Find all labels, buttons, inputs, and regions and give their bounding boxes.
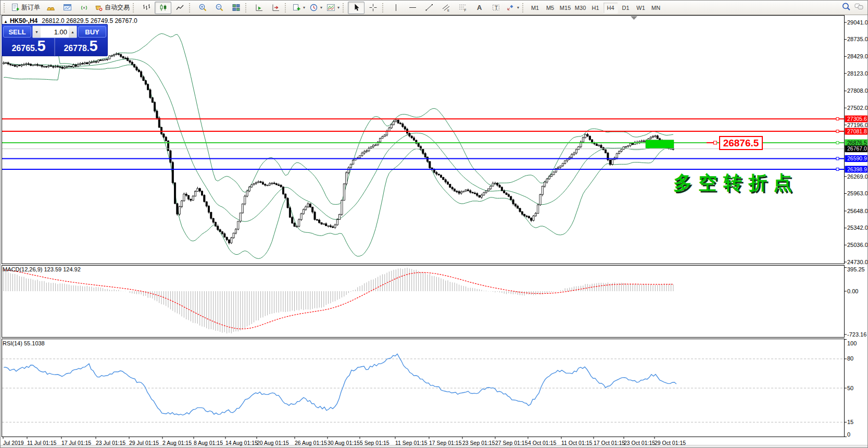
highlight-zone[interactable] xyxy=(646,140,674,148)
rsi-axis[interactable]: 1008050150 xyxy=(845,340,857,438)
svg-text:28735.0: 28735.0 xyxy=(847,36,868,42)
macd-axis[interactable]: 395.250.00-723.16 xyxy=(845,266,867,338)
svg-text:17 Sep 01:15: 17 Sep 01:15 xyxy=(429,440,462,446)
chart-panels xyxy=(2,16,845,437)
svg-text:11 Oct 01:15: 11 Oct 01:15 xyxy=(561,440,593,446)
svg-text:15: 15 xyxy=(847,419,853,425)
svg-text:100: 100 xyxy=(847,340,857,346)
svg-text:11 Jul 01:15: 11 Jul 01:15 xyxy=(27,440,57,446)
symbol-timeframe-label: HK50-,H4 xyxy=(10,17,37,24)
svg-text:25963.0: 25963.0 xyxy=(847,190,868,196)
svg-text:25342.0: 25342.0 xyxy=(847,225,868,231)
svg-text:2 Aug 01:15: 2 Aug 01:15 xyxy=(162,440,192,446)
svg-text:23 Sep 01:15: 23 Sep 01:15 xyxy=(462,440,495,446)
svg-text:26269.0: 26269.0 xyxy=(847,173,868,180)
svg-text:25648.0: 25648.0 xyxy=(847,208,868,214)
svg-text:23 Jul 01:15: 23 Jul 01:15 xyxy=(96,440,125,446)
one-click-trading-panel: SELL ▼ ▲ BUY 26765.5 26778.5 xyxy=(2,24,108,56)
svg-text:27502.0: 27502.0 xyxy=(847,105,868,111)
svg-text:4 Oct 01:15: 4 Oct 01:15 xyxy=(528,440,556,446)
svg-text:-723.16: -723.16 xyxy=(847,331,866,338)
chart-canvas[interactable]: 27305.627081.826876.526767.026590.926398… xyxy=(1,1,868,448)
annotation-text[interactable]: 多空转折点 xyxy=(673,170,798,196)
svg-text:27 Sep 01:15: 27 Sep 01:15 xyxy=(495,440,528,446)
svg-text:5 Sep 01:15: 5 Sep 01:15 xyxy=(360,440,389,446)
svg-text:29 Oct 01:15: 29 Oct 01:15 xyxy=(655,440,686,446)
volume-stepper: ▼ ▲ xyxy=(32,26,77,38)
svg-text:27808.0: 27808.0 xyxy=(847,88,868,94)
svg-text:28429.0: 28429.0 xyxy=(847,53,868,59)
svg-text:Jul 2019: Jul 2019 xyxy=(3,440,24,446)
svg-text:27196.0: 27196.0 xyxy=(847,122,868,128)
volume-decrease-button[interactable]: ▼ xyxy=(33,26,41,38)
svg-text:29 Jul 01:15: 29 Jul 01:15 xyxy=(129,440,159,446)
buy-price[interactable]: 26778.5 xyxy=(55,38,106,56)
time-axis[interactable]: Jul 201911 Jul 01:1517 Jul 01:1523 Jul 0… xyxy=(3,437,686,446)
svg-text:8 Aug 01:15: 8 Aug 01:15 xyxy=(194,440,223,446)
macd-label: MACD(12,26,9) 123.59 124.92 xyxy=(3,266,81,272)
svg-text:28123.0: 28123.0 xyxy=(847,70,868,77)
svg-text:26876.5: 26876.5 xyxy=(847,140,867,146)
svg-text:17 Oct 01:15: 17 Oct 01:15 xyxy=(594,440,625,446)
svg-text:24730.0: 24730.0 xyxy=(847,259,868,265)
sell-price[interactable]: 26765.5 xyxy=(3,38,54,56)
price-callout[interactable]: 26876.5 xyxy=(719,136,763,150)
svg-text:26767.0: 26767.0 xyxy=(847,145,867,152)
svg-text:27305.6: 27305.6 xyxy=(847,116,867,122)
svg-text:0.00: 0.00 xyxy=(847,288,858,294)
buy-button[interactable]: BUY xyxy=(78,26,106,38)
chart-title: ▲HK50-,H426812.0 26829.5 26749.5 26767.0 xyxy=(4,17,137,24)
svg-text:80: 80 xyxy=(847,355,853,362)
svg-text:14 Aug 01:15: 14 Aug 01:15 xyxy=(225,440,258,446)
svg-text:25036.0: 25036.0 xyxy=(847,242,868,248)
volume-increase-button[interactable]: ▲ xyxy=(69,26,77,38)
ohlc-values: 26812.0 26829.5 26749.5 26767.0 xyxy=(42,17,137,24)
volume-input[interactable] xyxy=(41,28,69,36)
svg-text:26398.9: 26398.9 xyxy=(847,166,867,172)
svg-text:26 Aug 01:15: 26 Aug 01:15 xyxy=(295,440,327,446)
collapse-trade-panel-icon[interactable]: ▲ xyxy=(4,19,8,24)
svg-text:20 Aug 01:15: 20 Aug 01:15 xyxy=(257,440,289,446)
svg-text:23 Oct 01:15: 23 Oct 01:15 xyxy=(624,440,655,446)
svg-text:17 Jul 01:15: 17 Jul 01:15 xyxy=(61,440,91,446)
sell-button[interactable]: SELL xyxy=(3,26,31,38)
rsi-label: RSI(14) 55.1038 xyxy=(3,340,45,346)
mt4-window: 新订单 自动交易 ▾ ▾ ▾ E F A T ▾ xyxy=(0,0,868,448)
svg-text:26590.9: 26590.9 xyxy=(847,155,867,161)
svg-text:29041.0: 29041.0 xyxy=(847,19,868,26)
svg-text:0: 0 xyxy=(847,431,850,438)
svg-text:11 Sep 01:15: 11 Sep 01:15 xyxy=(395,440,427,446)
svg-text:30 Aug 01:15: 30 Aug 01:15 xyxy=(328,440,360,446)
svg-text:50: 50 xyxy=(847,385,853,391)
svg-text:27081.8: 27081.8 xyxy=(847,128,867,134)
svg-text:395.25: 395.25 xyxy=(847,266,865,272)
